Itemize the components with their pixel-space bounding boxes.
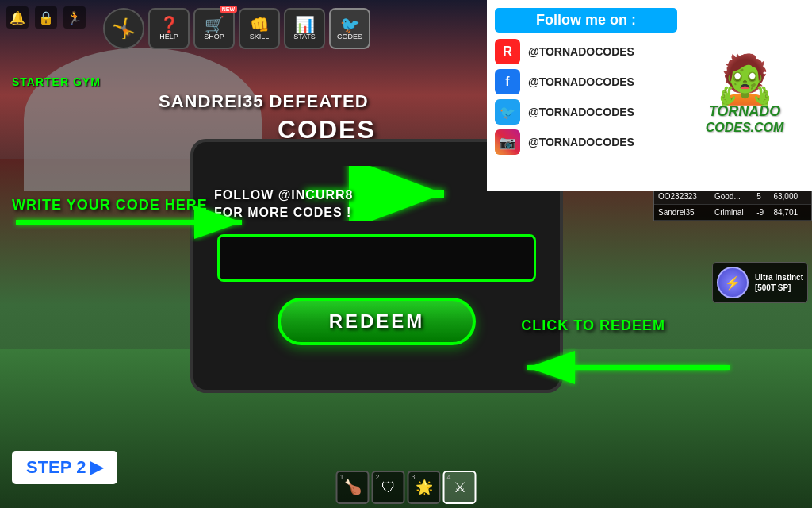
slot-number: 3	[412, 473, 416, 481]
step2-label: STEP 2	[26, 457, 86, 478]
hotbar-slot-2[interactable]: 2 🛡	[372, 471, 405, 504]
help-label: HELP	[159, 33, 178, 40]
hotbar-slot-3[interactable]: 3 🌟	[408, 471, 441, 504]
ultra-instinct-text: Ultra Instinct [500T SP]	[755, 272, 803, 293]
facebook-handle: @TORNADOCODES	[528, 75, 634, 88]
instagram-icon: 📷	[495, 129, 520, 155]
instagram-row: 📷 @TORNADOCODES	[495, 129, 677, 155]
roblox-character: 🧟	[715, 56, 775, 103]
brand-text: TORNADO CODES.COM	[706, 103, 784, 136]
slot-number: 2	[376, 473, 380, 481]
roblox-icon: R	[495, 39, 520, 64]
shop-icon: 🛒	[205, 17, 224, 33]
help-button[interactable]: ❓ HELP	[148, 8, 190, 49]
step2-arrow-icon: ▶	[90, 457, 103, 478]
notifications-icon[interactable]: 🔔	[6, 6, 29, 29]
slot-number: 1	[340, 473, 344, 481]
stats-button[interactable]: 📊 STATS	[284, 8, 325, 49]
twitter-icon: 🐦	[495, 99, 520, 125]
follow-branding: 🧟 TORNADO CODES.COM	[685, 8, 804, 183]
lock-icon[interactable]: 🔒	[35, 6, 57, 29]
top-bar: 🤸 ❓ HELP NEW 🛒 SHOP 👊 SKILL 📊 STATS 🐦 CO…	[103, 8, 370, 49]
roblox-row: R @TORNADOCODES	[495, 39, 677, 64]
shop-button[interactable]: NEW 🛒 SHOP	[193, 8, 235, 49]
facebook-row: f @TORNADOCODES	[495, 69, 677, 94]
follow-title: Follow me on :	[495, 8, 677, 33]
skill-label: SKILL	[250, 33, 270, 40]
location-label: STARTER GYM	[12, 75, 101, 88]
slot-item-icon: 🌟	[416, 479, 433, 496]
code-input[interactable]	[217, 234, 536, 282]
new-badge: NEW	[220, 6, 237, 13]
slot-item-icon: 🍗	[344, 479, 362, 496]
ultra-instinct-badge: ⚡ Ultra Instinct [500T SP]	[712, 262, 808, 303]
slot-item-icon: ⚔	[454, 479, 466, 496]
slot-item-icon: 🛡	[381, 479, 396, 496]
help-icon: ❓	[159, 17, 179, 33]
codes-label: CODES	[337, 33, 362, 40]
skill-icon: 👊	[250, 17, 270, 33]
twitter-row: 🐦 @TORNADOCODES	[495, 99, 677, 125]
player-icon[interactable]: 🏃	[63, 6, 86, 29]
slot-number: 4	[447, 473, 451, 481]
click-redeem-label: CLICK TO REDEEM	[521, 318, 665, 334]
facebook-icon: f	[495, 69, 520, 94]
twitter-handle: @TORNADOCODES	[528, 106, 634, 118]
codes-button[interactable]: 🐦 CODES	[329, 8, 370, 49]
player-avatar[interactable]: 🤸	[103, 8, 144, 49]
table-row: OO232323 Good... 5 63,000	[654, 189, 811, 205]
ultra-instinct-icon: ⚡	[717, 267, 749, 298]
table-row: Sandrei35 Criminal -9 84,701	[654, 205, 811, 221]
step2-box: STEP 2 ▶	[12, 451, 117, 484]
instagram-handle: @TORNADOCODES	[528, 136, 634, 148]
follow-social-list: Follow me on : R @TORNADOCODES f @TORNAD…	[495, 8, 677, 183]
follow-panel: Follow me on : R @TORNADOCODES f @TORNAD…	[487, 0, 812, 190]
stats-icon: 📊	[295, 17, 315, 33]
shop-label: SHOP	[204, 33, 224, 40]
hotbar-slot-1[interactable]: 1 🍗	[336, 471, 370, 504]
stats-label: STATS	[293, 33, 316, 40]
defeated-text: SANDREI35 DEFEATED	[159, 91, 369, 112]
roblox-handle: @TORNADOCODES	[528, 45, 634, 58]
skill-button[interactable]: 👊 SKILL	[239, 8, 280, 49]
system-icons: 🔔 🔒 🏃	[6, 6, 86, 29]
arrow-to-input	[8, 202, 262, 242]
hotbar: 1 🍗 2 🛡 3 🌟 4 ⚔	[336, 471, 477, 504]
redeem-button[interactable]: REDEEM	[278, 298, 476, 345]
arrow-to-redeem	[515, 348, 737, 387]
codes-icon: 🐦	[340, 17, 360, 33]
hotbar-slot-4[interactable]: 4 ⚔	[443, 471, 477, 504]
